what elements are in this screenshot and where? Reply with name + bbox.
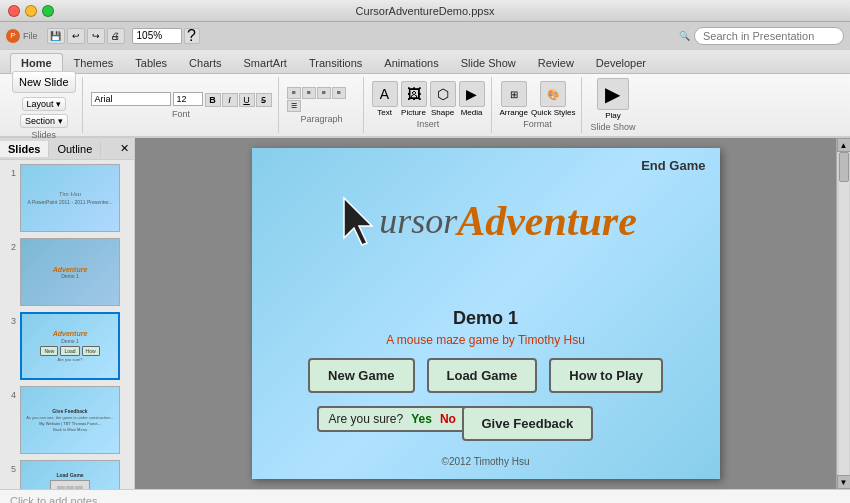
minimize-button[interactable]	[25, 5, 37, 17]
align-center-button[interactable]: ≡	[302, 87, 316, 99]
search-area: 🔍	[679, 27, 844, 45]
picture-insert-button[interactable]: 🖼 Picture	[401, 81, 427, 117]
list-item[interactable]: 5 Load Game	[4, 460, 130, 489]
slide-view-area: End Game ursor Adventure Demo 1 A mouse …	[135, 138, 836, 489]
search-input[interactable]	[694, 27, 844, 45]
tab-tables[interactable]: Tables	[124, 53, 178, 73]
confirm-area: Are you sure? Yes No	[317, 406, 468, 432]
list-button[interactable]: ☰	[287, 100, 301, 112]
italic-button[interactable]: I	[222, 93, 238, 107]
slide-number-5: 5	[4, 464, 16, 474]
outline-tab[interactable]: Outline	[49, 141, 101, 157]
save-icon[interactable]: 💾	[47, 28, 65, 44]
strikethrough-button[interactable]: S̶	[256, 93, 272, 107]
panel-close-button[interactable]: ✕	[115, 140, 134, 157]
tab-developer[interactable]: Developer	[585, 53, 657, 73]
panel-tabs: Slides Outline ✕	[0, 138, 134, 160]
bold-button[interactable]: B	[205, 93, 221, 107]
quick-styles-button[interactable]: 🎨 Quick Styles	[531, 81, 575, 117]
confirm-box: Are you sure? Yes No	[317, 406, 468, 432]
zoom-field[interactable]: 105%	[132, 28, 182, 44]
slide-number-1: 1	[4, 168, 16, 178]
tab-smartart[interactable]: SmartArt	[233, 53, 298, 73]
slide-thumbnail-3[interactable]: Adventure Demo 1 New Load How Are you su…	[20, 312, 120, 380]
scroll-track	[839, 152, 849, 475]
search-icon: 🔍	[679, 31, 690, 41]
slide-title-text: ursor Adventure	[252, 188, 720, 253]
print-icon[interactable]: 🖨	[107, 28, 125, 44]
thumbnail-content-4: Give Feedback As you can see, the game i…	[21, 387, 119, 453]
title-cursor-text: ursor	[379, 200, 457, 242]
tab-slideshow[interactable]: Slide Show	[450, 53, 527, 73]
confirm-yes-button[interactable]: Yes	[411, 412, 432, 426]
file-menu[interactable]: File	[23, 31, 38, 41]
title-bar: CursorAdventureDemo.ppsx	[0, 0, 850, 22]
new-slide-button[interactable]: New Slide	[12, 71, 76, 93]
how-to-play-button[interactable]: How to Play	[549, 358, 663, 393]
list-item[interactable]: 2 Adventure Demo 1	[4, 238, 130, 306]
scroll-up-button[interactable]: ▲	[837, 138, 851, 152]
section-button[interactable]: Section ▾	[20, 114, 68, 128]
slide-buttons-row: New Game Load Game How to Play	[252, 358, 720, 393]
insert-group-label: Insert	[417, 119, 440, 129]
ribbon-group-insert: A Text 🖼 Picture ⬡ Shape ▶ Media Insert	[366, 77, 492, 133]
ribbon-panel: New Slide Layout ▾ Section ▾ Slides Aria…	[0, 74, 850, 138]
new-game-button[interactable]: New Game	[308, 358, 414, 393]
text-insert-button[interactable]: A Text	[372, 81, 398, 117]
maximize-button[interactable]	[42, 5, 54, 17]
slide-subtitle: A mouse maze game by Timothy Hsu	[252, 333, 720, 347]
help-icon[interactable]: ?	[184, 28, 200, 44]
slide-number-2: 2	[4, 242, 16, 252]
slides-tab[interactable]: Slides	[0, 141, 49, 157]
slideshow-group-label: Slide Show	[590, 122, 635, 132]
tab-animations[interactable]: Animations	[373, 53, 449, 73]
notes-area[interactable]: Click to add notes	[0, 489, 850, 503]
thumbnail-content-3: Adventure Demo 1 New Load How Are you su…	[22, 314, 118, 378]
scroll-thumb[interactable]	[839, 152, 849, 182]
demo-label: Demo 1	[252, 308, 720, 329]
play-button[interactable]: ▶ Play	[597, 78, 629, 120]
add-notes-label: Click to add notes	[10, 495, 97, 504]
slide-thumbnail-5[interactable]: Load Game Back to Main Menu	[20, 460, 120, 489]
list-item[interactable]: 3 Adventure Demo 1 New Load How Are you …	[4, 312, 130, 380]
ribbon-group-slideshow: ▶ Play Slide Show	[584, 77, 641, 133]
main-layout: Slides Outline ✕ 1 Tim Hsu A PowerPoint …	[0, 138, 850, 489]
shape-insert-button[interactable]: ⬡ Shape	[430, 81, 456, 117]
load-game-button[interactable]: Load Game	[427, 358, 538, 393]
media-insert-button[interactable]: ▶ Media	[459, 81, 485, 117]
font-family-dropdown[interactable]: Arial	[91, 92, 171, 106]
app-icon: P	[6, 29, 20, 43]
end-game-button[interactable]: End Game	[641, 158, 705, 173]
confirm-no-button[interactable]: No	[440, 412, 456, 426]
slide-number-4: 4	[4, 390, 16, 400]
ribbon-tabs: Home Themes Tables Charts SmartArt Trans…	[0, 50, 850, 74]
undo-icon[interactable]: ↩	[67, 28, 85, 44]
list-item[interactable]: 4 Give Feedback As you can see, the game…	[4, 386, 130, 454]
layout-button[interactable]: Layout ▾	[22, 97, 67, 111]
slide-thumbnail-4[interactable]: Give Feedback As you can see, the game i…	[20, 386, 120, 454]
justify-button[interactable]: ≡	[332, 87, 346, 99]
scroll-down-button[interactable]: ▼	[837, 475, 851, 489]
toolbar-row: P File 💾 ↩ ↪ 🖨 105% ? 🔍	[0, 22, 850, 50]
paragraph-group-label: Paragraph	[301, 114, 343, 124]
arrange-button[interactable]: ⊞ Arrange	[500, 81, 528, 117]
tab-review[interactable]: Review	[527, 53, 585, 73]
thumbnail-content-2: Adventure Demo 1	[21, 239, 119, 305]
tab-transitions[interactable]: Transitions	[298, 53, 373, 73]
align-left-button[interactable]: ≡	[287, 87, 301, 99]
main-slide: End Game ursor Adventure Demo 1 A mouse …	[252, 148, 720, 479]
align-right-button[interactable]: ≡	[317, 87, 331, 99]
tab-charts[interactable]: Charts	[178, 53, 232, 73]
redo-icon[interactable]: ↪	[87, 28, 105, 44]
list-item[interactable]: 1 Tim Hsu A PowerPoint 2011 - 2011 Prese…	[4, 164, 130, 232]
close-button[interactable]	[8, 5, 20, 17]
slide-thumbnail-1[interactable]: Tim Hsu A PowerPoint 2011 - 2011 Present…	[20, 164, 120, 232]
underline-button[interactable]: U	[239, 93, 255, 107]
font-group-label: Font	[172, 109, 190, 119]
font-size-dropdown[interactable]: 12	[173, 92, 203, 106]
ribbon-group-slides: New Slide Layout ▾ Section ▾ Slides	[6, 77, 83, 133]
thumbnail-content-5: Load Game Back to Main Menu	[21, 461, 119, 489]
slide-thumbnail-2[interactable]: Adventure Demo 1	[20, 238, 120, 306]
give-feedback-button[interactable]: Give Feedback	[462, 406, 594, 441]
slide-title-area: ursor Adventure	[252, 178, 720, 253]
